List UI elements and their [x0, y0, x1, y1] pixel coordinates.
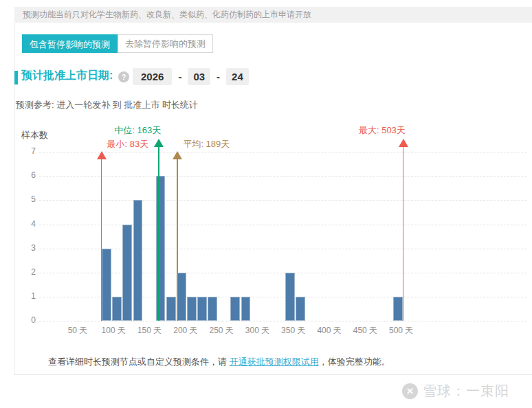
notice-text: 预测功能当前只对化学生物新药、改良新、类似药、化药仿制药的上市申请开放 — [23, 10, 311, 19]
histogram-bar — [296, 297, 305, 321]
x-tick-label: 450 天 — [344, 325, 386, 337]
y-tick-label: 7 — [16, 146, 36, 156]
xueqiu-logo-icon: ✕ — [402, 383, 418, 399]
notice-banner: 预测功能当前只对化学生物新药、改良新、类似药、化药仿制药的上市申请开放 — [14, 7, 532, 23]
x-tick-label: 150 天 — [129, 325, 170, 337]
histogram-bar — [285, 273, 295, 321]
x-tick-label: 250 天 — [201, 325, 242, 337]
grid-line — [39, 273, 527, 273]
page-title: 预计批准上市日期: — [21, 69, 113, 83]
histogram-bar — [133, 200, 143, 321]
footer-prefix: 查看详细时长预测节点或自定义预测条件，请 — [48, 356, 230, 367]
watermark-text: 雪球：一束阳 — [423, 382, 509, 400]
date-day: 24 — [226, 68, 249, 85]
y-tick-label: 1 — [16, 291, 36, 301]
y-tick-label: 3 — [16, 243, 36, 253]
histogram-bar — [102, 249, 111, 321]
histogram-bar — [177, 273, 186, 321]
mean-stat-label: 平均: 189天 — [183, 138, 230, 150]
median-marker-line — [158, 146, 159, 321]
date-year: 2026 — [133, 68, 172, 85]
duration-histogram: 样本数0123456750 天100 天150 天200 天250 天300 天… — [0, 0, 532, 408]
x-tick-label: 100 天 — [93, 325, 134, 337]
histogram-bar — [208, 297, 217, 321]
min-arrow-icon — [97, 151, 107, 159]
predicted-date: 2026 - 03 - 24 — [133, 68, 249, 85]
panel-bottom-border — [14, 374, 532, 375]
max-arrow-icon — [399, 139, 408, 147]
histogram-bar — [393, 297, 403, 321]
histogram-bar — [122, 225, 132, 321]
prediction-panel: 预测功能当前只对化学生物新药、改良新、类似药、化药仿制药的上市申请开放 包含暂停… — [0, 0, 532, 408]
max-stat-label: 最大: 503天 — [359, 124, 406, 137]
y-tick-label: 0 — [16, 315, 36, 325]
histogram-bar — [166, 297, 176, 321]
max-marker-line — [403, 146, 403, 321]
y-tick-label: 5 — [16, 194, 36, 204]
title-accent-bar — [14, 71, 18, 84]
grid-line — [39, 297, 527, 297]
grid-line — [39, 152, 527, 152]
histogram-bar — [197, 297, 207, 321]
min-marker-line — [101, 158, 102, 321]
grid-line — [39, 321, 527, 321]
tab-exclude-pause[interactable]: 去除暂停影响的预测 — [118, 34, 213, 53]
x-tick-label: 500 天 — [381, 325, 422, 337]
median-stat-label: 中位: 163天 — [114, 124, 161, 137]
prediction-tabs: 包含暂停影响的预测 去除暂停影响的预测 — [22, 34, 213, 53]
trial-link[interactable]: 开通获批预测权限试用 — [230, 356, 319, 367]
date-month: 03 — [188, 68, 210, 85]
footer-suffix: ，体验完整功能。 — [319, 356, 390, 367]
histogram-bar — [241, 297, 251, 321]
grid-line — [39, 249, 527, 249]
histogram-bar — [156, 176, 166, 321]
help-icon[interactable]: ? — [118, 71, 129, 82]
tab-include-pause[interactable]: 包含暂停影响的预测 — [22, 34, 118, 53]
min-stat-label: 最小: 83天 — [107, 138, 149, 150]
mean-marker-line — [177, 158, 178, 321]
y-tick-label: 6 — [16, 170, 36, 180]
watermark: ✕ 雪球：一束阳 — [402, 382, 509, 400]
y-axis-label: 样本数 — [21, 129, 48, 141]
y-tick-label: 2 — [16, 267, 36, 277]
date-separator: - — [178, 71, 181, 82]
grid-line — [39, 176, 527, 177]
histogram-bar — [112, 297, 122, 321]
x-tick-label: 350 天 — [273, 325, 314, 337]
histogram-bar — [230, 297, 240, 321]
reference-note: 预测参考: 进入一轮发补 到 批准上市 时长统计 — [16, 99, 198, 111]
mean-arrow-icon — [173, 151, 182, 159]
x-tick-label: 50 天 — [57, 325, 98, 337]
grid-line — [39, 225, 527, 225]
y-tick-label: 4 — [16, 219, 36, 229]
date-separator: - — [217, 71, 220, 82]
x-tick-label: 200 天 — [165, 325, 206, 337]
median-arrow-icon — [154, 139, 164, 147]
x-tick-label: 400 天 — [309, 325, 350, 337]
grid-line — [39, 200, 527, 201]
histogram-bar — [187, 297, 197, 321]
footer-note: 查看详细时长预测节点或自定义预测条件，请 开通获批预测权限试用，体验完整功能。 — [48, 356, 390, 368]
x-tick-label: 300 天 — [237, 325, 278, 337]
